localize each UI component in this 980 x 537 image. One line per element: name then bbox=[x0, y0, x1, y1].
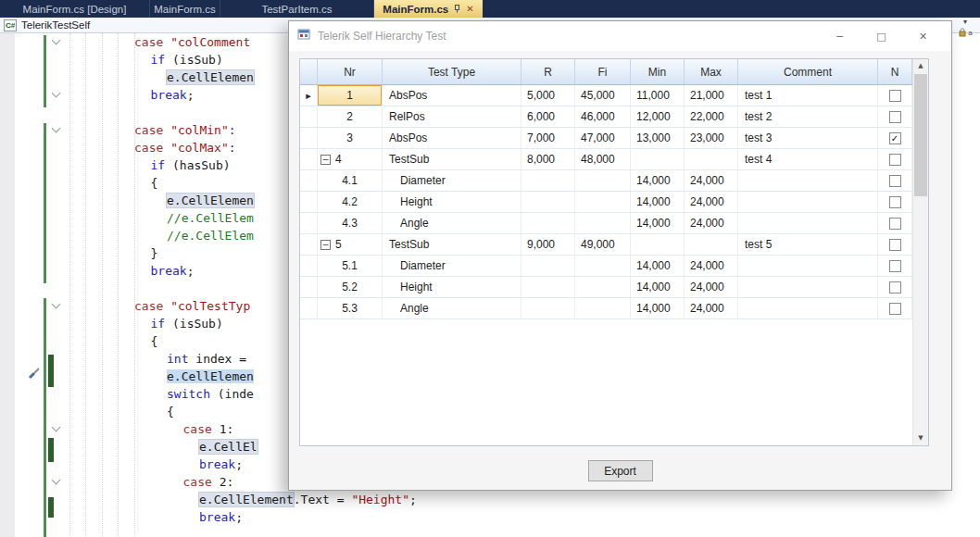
project-name[interactable]: TelerikTestSelf bbox=[21, 19, 90, 31]
grid-cell-r[interactable] bbox=[521, 256, 575, 276]
row-indicator-cell[interactable] bbox=[300, 128, 318, 148]
column-header[interactable]: Test Type bbox=[383, 59, 521, 84]
grid-cell-min[interactable]: 14,000 bbox=[631, 298, 685, 318]
grid-cell-r[interactable]: 5,000 bbox=[521, 85, 575, 106]
grid-cell-testtype[interactable]: RelPos bbox=[383, 106, 521, 127]
grid-cell-nr[interactable]: 3 bbox=[318, 128, 383, 148]
grid-cell-max[interactable]: 24,000 bbox=[685, 170, 738, 191]
grid-cell-r[interactable] bbox=[521, 213, 575, 233]
grid-cell-max[interactable]: 21,000 bbox=[685, 85, 738, 106]
grid-cell-checkbox[interactable] bbox=[878, 277, 912, 297]
grid-cell-fi[interactable]: 46,000 bbox=[575, 106, 631, 127]
grid-cell-nr[interactable]: 5.3 bbox=[318, 298, 383, 318]
grid-cell-comment[interactable] bbox=[738, 170, 878, 191]
row-checkbox[interactable] bbox=[889, 196, 901, 208]
pin-icon[interactable] bbox=[453, 4, 461, 15]
table-row[interactable]: 4.1Diameter14,00024,000 bbox=[300, 170, 912, 192]
grid-cell-fi[interactable] bbox=[575, 170, 631, 191]
collapse-expander-icon[interactable]: − bbox=[320, 155, 331, 165]
grid-cell-r[interactable] bbox=[521, 170, 575, 191]
grid-cell-r[interactable] bbox=[521, 298, 575, 318]
grid-cell-max[interactable] bbox=[685, 234, 738, 255]
grid-cell-nr[interactable]: 4.3 bbox=[318, 213, 383, 233]
grid-cell-nr[interactable]: 2 bbox=[318, 106, 383, 127]
table-row[interactable]: 5.1Diameter14,00024,000 bbox=[300, 256, 912, 277]
grid-cell-comment[interactable] bbox=[738, 256, 878, 276]
row-checkbox[interactable] bbox=[889, 303, 901, 315]
grid-cell-nr[interactable]: 5.1 bbox=[318, 256, 383, 276]
collapse-expander-icon[interactable]: − bbox=[320, 240, 331, 250]
grid-cell-comment[interactable] bbox=[738, 277, 878, 297]
window-title-bar[interactable]: Telerik Self Hierarchy Test ─ □ ✕ bbox=[289, 21, 951, 51]
row-checkbox[interactable] bbox=[889, 260, 901, 272]
column-header[interactable]: Max bbox=[685, 59, 738, 84]
scrollbar-thumb[interactable] bbox=[914, 74, 927, 196]
tab-mainform[interactable]: MainForm.cs bbox=[150, 0, 220, 18]
grid-cell-comment[interactable]: test 3 bbox=[738, 128, 878, 148]
grid-cell-max[interactable]: 24,000 bbox=[685, 277, 738, 297]
grid-cell-max[interactable]: 24,000 bbox=[685, 256, 738, 276]
row-indicator-cell[interactable] bbox=[300, 256, 318, 276]
grid-cell-max[interactable]: 24,000 bbox=[685, 213, 738, 233]
grid-cell-testtype[interactable]: Height bbox=[383, 277, 521, 297]
table-row[interactable]: 4.3Angle14,00024,000 bbox=[300, 213, 912, 234]
table-row[interactable]: 5.3Angle14,00024,000 bbox=[300, 298, 912, 319]
code-line[interactable]: e.CellElement.Text = "Height"; bbox=[0, 491, 980, 508]
grid-cell-testtype[interactable]: Angle bbox=[383, 213, 521, 233]
table-row[interactable]: 3AbsPos7,00047,00013,00023,000test 3✓ bbox=[300, 128, 912, 149]
grid-cell-comment[interactable]: test 1 bbox=[738, 85, 878, 106]
grid-cell-min[interactable]: 13,000 bbox=[631, 128, 685, 148]
vertical-scrollbar[interactable]: ▲ ▼ bbox=[912, 59, 928, 445]
row-checkbox[interactable]: ✓ bbox=[889, 132, 901, 144]
row-checkbox[interactable] bbox=[889, 239, 901, 251]
grid-cell-checkbox[interactable] bbox=[878, 234, 912, 255]
grid-cell-r[interactable]: 9,000 bbox=[521, 234, 575, 255]
tab-mainform-design[interactable]: MainForm.cs [Design] bbox=[0, 0, 150, 18]
grid-cell-min[interactable]: 14,000 bbox=[631, 213, 685, 233]
tab-testparitem[interactable]: TestParItem.cs bbox=[220, 0, 374, 18]
column-header[interactable]: Fi bbox=[575, 59, 631, 84]
grid-cell-min[interactable]: 12,000 bbox=[631, 106, 685, 127]
row-indicator-cell[interactable] bbox=[300, 192, 318, 212]
grid-cell-fi[interactable]: 45,000 bbox=[575, 85, 631, 106]
table-row[interactable]: 4.2Height14,00024,000 bbox=[300, 192, 912, 213]
grid-cell-min[interactable] bbox=[631, 149, 685, 169]
row-indicator-cell[interactable] bbox=[300, 298, 318, 318]
lock-icon[interactable]: a bbox=[958, 28, 972, 37]
grid-cell-r[interactable]: 8,000 bbox=[521, 149, 575, 169]
row-indicator-cell[interactable] bbox=[300, 170, 318, 191]
row-checkbox[interactable] bbox=[889, 218, 901, 230]
table-row[interactable]: 2RelPos6,00046,00012,00022,000test 2 bbox=[300, 106, 912, 128]
row-checkbox[interactable] bbox=[889, 90, 901, 102]
grid-cell-min[interactable]: 14,000 bbox=[631, 192, 685, 212]
grid-cell-testtype[interactable]: AbsPos bbox=[383, 128, 521, 148]
grid-cell-min[interactable]: 14,000 bbox=[631, 277, 685, 297]
grid-cell-min[interactable]: 11,000 bbox=[631, 85, 685, 106]
row-indicator-cell[interactable] bbox=[300, 213, 318, 233]
grid-cell-testtype[interactable]: TestSub bbox=[383, 149, 521, 169]
grid-cell-fi[interactable]: 49,000 bbox=[575, 234, 631, 255]
grid-cell-checkbox[interactable] bbox=[878, 85, 912, 106]
column-header[interactable]: R bbox=[521, 59, 575, 84]
grid-cell-comment[interactable] bbox=[738, 213, 878, 233]
grid-cell-checkbox[interactable] bbox=[878, 149, 912, 169]
table-row[interactable]: −5TestSub9,00049,000test 5 bbox=[300, 234, 912, 256]
grid-cell-nr[interactable]: 1 bbox=[318, 85, 383, 106]
row-checkbox[interactable] bbox=[889, 175, 901, 187]
scroll-up-icon[interactable]: ▲ bbox=[913, 59, 928, 73]
row-indicator-cell[interactable]: ▸ bbox=[300, 85, 318, 106]
grid-cell-fi[interactable] bbox=[575, 298, 631, 318]
grid-cell-checkbox[interactable] bbox=[878, 256, 912, 276]
row-indicator-cell[interactable] bbox=[300, 234, 318, 255]
table-row[interactable]: ▸1AbsPos5,00045,00011,00021,000test 1 bbox=[300, 85, 912, 106]
grid-cell-checkbox[interactable]: ✓ bbox=[878, 128, 912, 148]
row-indicator-cell[interactable] bbox=[300, 149, 318, 169]
grid-cell-nr[interactable]: −4 bbox=[318, 149, 383, 169]
row-indicator-cell[interactable] bbox=[300, 277, 318, 297]
grid-cell-max[interactable]: 24,000 bbox=[685, 192, 738, 212]
grid-cell-testtype[interactable]: Diameter bbox=[383, 170, 521, 191]
column-header[interactable]: N bbox=[878, 59, 912, 84]
grid-cell-comment[interactable]: test 5 bbox=[738, 234, 878, 255]
grid-cell-checkbox[interactable] bbox=[878, 106, 912, 127]
grid-cell-comment[interactable] bbox=[738, 192, 878, 212]
